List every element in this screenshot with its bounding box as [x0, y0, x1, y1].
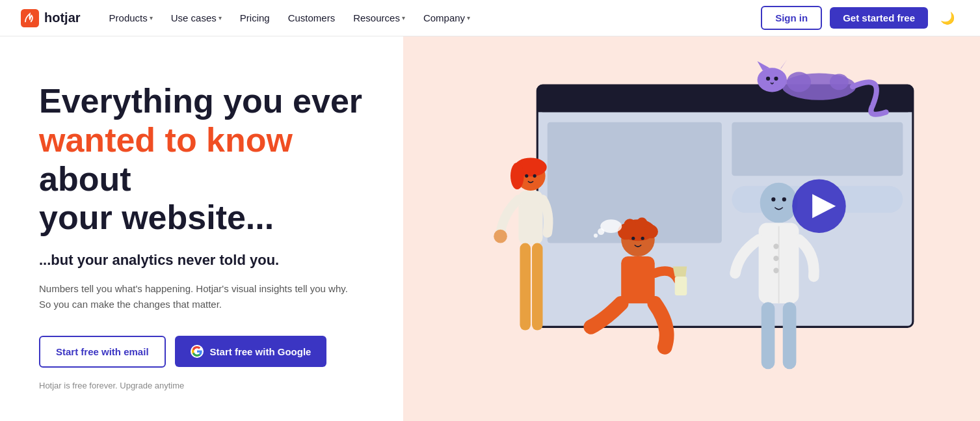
dark-mode-toggle[interactable]: 🌙 — [936, 7, 959, 30]
hero-title-highlight: wanted to know — [39, 121, 293, 159]
svg-rect-23 — [532, 243, 543, 330]
hotjar-logo-icon — [21, 9, 39, 27]
svg-point-43 — [773, 268, 778, 273]
svg-rect-32 — [621, 256, 655, 303]
svg-point-27 — [644, 225, 658, 239]
svg-point-13 — [766, 77, 770, 81]
svg-point-31 — [641, 237, 644, 240]
hero-description: Numbers tell you what's happening. Hotja… — [39, 281, 351, 312]
svg-marker-12 — [780, 60, 787, 69]
svg-point-38 — [771, 197, 775, 201]
chevron-down-icon: ▾ — [467, 14, 470, 21]
hero-subtitle: ...but your analytics never told you. — [39, 251, 377, 271]
svg-rect-33 — [675, 277, 687, 295]
nav-pricing[interactable]: Pricing — [232, 8, 278, 27]
svg-rect-45 — [783, 302, 797, 369]
nav-resources[interactable]: Resources ▾ — [345, 8, 413, 27]
sign-in-button[interactable]: Sign in — [761, 6, 822, 30]
svg-point-14 — [774, 77, 778, 81]
svg-point-35 — [598, 228, 604, 235]
svg-rect-22 — [520, 243, 531, 330]
nav-left: hotjar Products ▾ Use cases ▾ Pricing Cu… — [21, 8, 478, 27]
svg-point-36 — [594, 234, 598, 238]
start-google-button[interactable]: Start free with Google — [175, 336, 327, 367]
nav-right: Sign in Get started free 🌙 — [761, 6, 959, 30]
svg-rect-44 — [761, 302, 775, 369]
nav-use-cases[interactable]: Use cases ▾ — [163, 8, 230, 27]
hero-image — [403, 36, 980, 421]
free-note: Hotjar is free forever. Upgrade anytime — [39, 381, 377, 390]
main-nav: hotjar Products ▾ Use cases ▾ Pricing Cu… — [0, 0, 980, 36]
svg-point-39 — [782, 197, 786, 201]
chevron-down-icon: ▾ — [150, 14, 153, 21]
svg-point-10 — [758, 68, 787, 92]
svg-point-18 — [525, 174, 528, 178]
svg-point-37 — [760, 183, 798, 223]
cta-buttons: Start free with email Start free with Go… — [39, 336, 377, 368]
chevron-down-icon: ▾ — [402, 14, 405, 21]
svg-point-8 — [787, 72, 811, 92]
hero-title-about: about — [39, 160, 131, 198]
hero-title: Everything you ever wanted to know about… — [39, 82, 377, 238]
logo-text: hotjar — [44, 10, 81, 25]
svg-point-9 — [830, 74, 849, 90]
nav-customers[interactable]: Customers — [280, 8, 343, 27]
get-started-button[interactable]: Get started free — [830, 7, 928, 29]
nav-links: Products ▾ Use cases ▾ Pricing Customers… — [101, 8, 479, 27]
hero-illustration — [403, 36, 980, 421]
logo[interactable]: hotjar — [21, 9, 81, 27]
svg-point-21 — [494, 230, 507, 243]
svg-point-41 — [773, 243, 778, 249]
nav-company[interactable]: Company ▾ — [416, 8, 478, 27]
svg-rect-5 — [732, 122, 903, 176]
chevron-down-icon: ▾ — [219, 14, 222, 21]
svg-point-29 — [637, 217, 648, 228]
svg-point-30 — [631, 237, 635, 240]
svg-point-19 — [533, 174, 536, 178]
nav-products[interactable]: Products ▾ — [101, 8, 161, 27]
google-icon — [191, 345, 204, 358]
hero-left: Everything you ever wanted to know about… — [0, 36, 403, 421]
svg-rect-3 — [537, 99, 913, 113]
svg-point-17 — [510, 163, 524, 189]
svg-point-42 — [773, 256, 778, 261]
start-email-button[interactable]: Start free with email — [39, 336, 166, 368]
hero-section: Everything you ever wanted to know about… — [0, 36, 980, 421]
svg-point-28 — [624, 219, 636, 231]
